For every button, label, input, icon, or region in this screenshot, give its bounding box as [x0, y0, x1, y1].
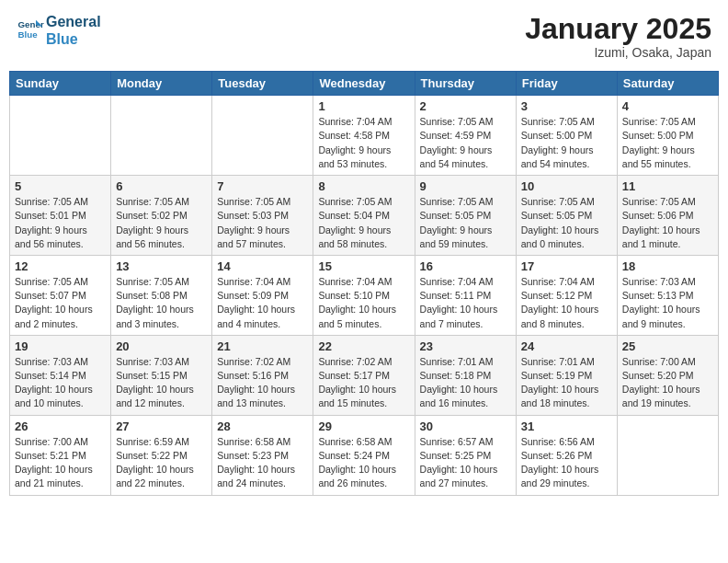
calendar-cell: 30Sunrise: 6:57 AM Sunset: 5:25 PM Dayli… — [415, 415, 516, 495]
day-number: 28 — [217, 419, 308, 433]
day-number: 3 — [521, 99, 612, 113]
calendar-cell: 1Sunrise: 7:04 AM Sunset: 4:58 PM Daylig… — [313, 96, 415, 176]
week-row-1: 1Sunrise: 7:04 AM Sunset: 4:58 PM Daylig… — [10, 96, 719, 176]
day-number: 20 — [116, 339, 207, 353]
day-info: Sunrise: 7:04 AM Sunset: 4:58 PM Dayligh… — [318, 115, 409, 171]
calendar-cell: 27Sunrise: 6:59 AM Sunset: 5:22 PM Dayli… — [111, 415, 212, 495]
weekday-header-saturday: Saturday — [617, 72, 718, 96]
calendar-cell: 16Sunrise: 7:04 AM Sunset: 5:11 PM Dayli… — [415, 255, 516, 335]
title-block: January 2025 Izumi, Osaka, Japan — [525, 13, 711, 60]
day-info: Sunrise: 7:03 AM Sunset: 5:13 PM Dayligh… — [622, 275, 713, 331]
calendar-cell — [111, 96, 212, 176]
week-row-4: 19Sunrise: 7:03 AM Sunset: 5:14 PM Dayli… — [10, 335, 719, 415]
day-number: 18 — [622, 259, 713, 273]
calendar-cell: 14Sunrise: 7:04 AM Sunset: 5:09 PM Dayli… — [212, 255, 313, 335]
day-info: Sunrise: 6:58 AM Sunset: 5:23 PM Dayligh… — [217, 435, 308, 491]
calendar-cell: 29Sunrise: 6:58 AM Sunset: 5:24 PM Dayli… — [313, 415, 415, 495]
day-info: Sunrise: 7:05 AM Sunset: 5:00 PM Dayligh… — [521, 115, 612, 171]
day-info: Sunrise: 6:58 AM Sunset: 5:24 PM Dayligh… — [318, 435, 409, 491]
calendar-cell: 23Sunrise: 7:01 AM Sunset: 5:18 PM Dayli… — [415, 335, 516, 415]
day-info: Sunrise: 6:59 AM Sunset: 5:22 PM Dayligh… — [116, 435, 207, 491]
day-info: Sunrise: 7:02 AM Sunset: 5:17 PM Dayligh… — [318, 355, 409, 411]
weekday-header-friday: Friday — [516, 72, 617, 96]
day-info: Sunrise: 6:56 AM Sunset: 5:26 PM Dayligh… — [521, 435, 612, 491]
weekday-header-thursday: Thursday — [415, 72, 516, 96]
calendar-cell: 2Sunrise: 7:05 AM Sunset: 4:59 PM Daylig… — [415, 96, 516, 176]
day-number: 22 — [318, 339, 409, 353]
calendar-cell: 22Sunrise: 7:02 AM Sunset: 5:17 PM Dayli… — [313, 335, 415, 415]
calendar-cell: 28Sunrise: 6:58 AM Sunset: 5:23 PM Dayli… — [212, 415, 313, 495]
logo-blue: Blue — [46, 30, 101, 48]
day-number: 15 — [318, 259, 409, 273]
day-info: Sunrise: 7:05 AM Sunset: 4:59 PM Dayligh… — [420, 115, 511, 171]
weekday-header-sunday: Sunday — [10, 72, 111, 96]
day-number: 9 — [420, 179, 511, 193]
calendar-cell: 5Sunrise: 7:05 AM Sunset: 5:01 PM Daylig… — [10, 176, 111, 256]
day-number: 11 — [622, 179, 713, 193]
day-info: Sunrise: 7:05 AM Sunset: 5:01 PM Dayligh… — [15, 195, 106, 251]
day-info: Sunrise: 7:05 AM Sunset: 5:03 PM Dayligh… — [217, 195, 308, 251]
day-number: 7 — [217, 179, 308, 193]
day-info: Sunrise: 6:57 AM Sunset: 5:25 PM Dayligh… — [420, 435, 511, 491]
week-row-5: 26Sunrise: 7:00 AM Sunset: 5:21 PM Dayli… — [10, 415, 719, 495]
month-title: January 2025 — [525, 13, 711, 45]
day-info: Sunrise: 7:00 AM Sunset: 5:20 PM Dayligh… — [622, 355, 713, 411]
weekday-header-tuesday: Tuesday — [212, 72, 313, 96]
day-number: 29 — [318, 419, 409, 433]
calendar-cell: 26Sunrise: 7:00 AM Sunset: 5:21 PM Dayli… — [10, 415, 111, 495]
calendar-cell — [212, 96, 313, 176]
calendar-cell: 15Sunrise: 7:04 AM Sunset: 5:10 PM Dayli… — [313, 255, 415, 335]
day-info: Sunrise: 7:05 AM Sunset: 5:08 PM Dayligh… — [116, 275, 207, 331]
day-number: 6 — [116, 179, 207, 193]
day-number: 21 — [217, 339, 308, 353]
day-info: Sunrise: 7:01 AM Sunset: 5:19 PM Dayligh… — [521, 355, 612, 411]
day-info: Sunrise: 7:05 AM Sunset: 5:04 PM Dayligh… — [318, 195, 409, 251]
day-info: Sunrise: 7:01 AM Sunset: 5:18 PM Dayligh… — [420, 355, 511, 411]
weekday-header-wednesday: Wednesday — [313, 72, 415, 96]
day-number: 4 — [622, 99, 713, 113]
calendar-cell: 11Sunrise: 7:05 AM Sunset: 5:06 PM Dayli… — [617, 176, 718, 256]
calendar-cell: 7Sunrise: 7:05 AM Sunset: 5:03 PM Daylig… — [212, 176, 313, 256]
weekday-header-monday: Monday — [111, 72, 212, 96]
calendar-cell: 12Sunrise: 7:05 AM Sunset: 5:07 PM Dayli… — [10, 255, 111, 335]
day-number: 14 — [217, 259, 308, 273]
day-info: Sunrise: 7:04 AM Sunset: 5:12 PM Dayligh… — [521, 275, 612, 331]
page-header: General Blue General Blue January 2025 I… — [9, 9, 719, 63]
day-info: Sunrise: 7:05 AM Sunset: 5:02 PM Dayligh… — [116, 195, 207, 251]
calendar-cell: 18Sunrise: 7:03 AM Sunset: 5:13 PM Dayli… — [617, 255, 718, 335]
day-info: Sunrise: 7:04 AM Sunset: 5:11 PM Dayligh… — [420, 275, 511, 331]
calendar-cell: 3Sunrise: 7:05 AM Sunset: 5:00 PM Daylig… — [516, 96, 617, 176]
day-info: Sunrise: 7:05 AM Sunset: 5:05 PM Dayligh… — [521, 195, 612, 251]
calendar-cell: 19Sunrise: 7:03 AM Sunset: 5:14 PM Dayli… — [10, 335, 111, 415]
calendar-cell: 20Sunrise: 7:03 AM Sunset: 5:15 PM Dayli… — [111, 335, 212, 415]
day-number: 1 — [318, 99, 409, 113]
day-number: 16 — [420, 259, 511, 273]
day-number: 8 — [318, 179, 409, 193]
calendar-cell: 13Sunrise: 7:05 AM Sunset: 5:08 PM Dayli… — [111, 255, 212, 335]
calendar-cell: 21Sunrise: 7:02 AM Sunset: 5:16 PM Dayli… — [212, 335, 313, 415]
calendar-cell: 17Sunrise: 7:04 AM Sunset: 5:12 PM Dayli… — [516, 255, 617, 335]
logo-general: General — [46, 13, 101, 30]
day-info: Sunrise: 7:05 AM Sunset: 5:05 PM Dayligh… — [420, 195, 511, 251]
calendar-cell: 31Sunrise: 6:56 AM Sunset: 5:26 PM Dayli… — [516, 415, 617, 495]
day-number: 25 — [622, 339, 713, 353]
day-number: 30 — [420, 419, 511, 433]
location: Izumi, Osaka, Japan — [525, 45, 711, 60]
day-number: 10 — [521, 179, 612, 193]
day-info: Sunrise: 7:05 AM Sunset: 5:07 PM Dayligh… — [15, 275, 106, 331]
day-info: Sunrise: 7:04 AM Sunset: 5:10 PM Dayligh… — [318, 275, 409, 331]
calendar-cell: 10Sunrise: 7:05 AM Sunset: 5:05 PM Dayli… — [516, 176, 617, 256]
day-info: Sunrise: 7:02 AM Sunset: 5:16 PM Dayligh… — [217, 355, 308, 411]
day-number: 13 — [116, 259, 207, 273]
day-number: 2 — [420, 99, 511, 113]
day-number: 31 — [521, 419, 612, 433]
day-number: 19 — [15, 339, 106, 353]
day-info: Sunrise: 7:05 AM Sunset: 5:06 PM Dayligh… — [622, 195, 713, 251]
calendar-cell: 4Sunrise: 7:05 AM Sunset: 5:00 PM Daylig… — [617, 96, 718, 176]
calendar-cell: 25Sunrise: 7:00 AM Sunset: 5:20 PM Dayli… — [617, 335, 718, 415]
calendar-cell: 8Sunrise: 7:05 AM Sunset: 5:04 PM Daylig… — [313, 176, 415, 256]
day-info: Sunrise: 7:03 AM Sunset: 5:14 PM Dayligh… — [15, 355, 106, 411]
calendar-cell: 24Sunrise: 7:01 AM Sunset: 5:19 PM Dayli… — [516, 335, 617, 415]
logo: General Blue General Blue — [17, 13, 101, 48]
day-number: 5 — [15, 179, 106, 193]
